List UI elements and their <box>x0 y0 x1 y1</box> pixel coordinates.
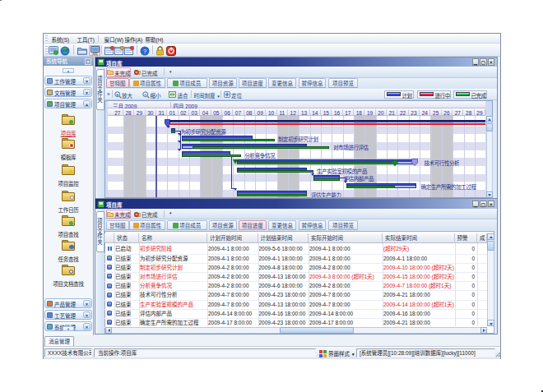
svg-text:?: ? <box>143 47 147 54</box>
svg-text:−: − <box>144 91 146 96</box>
svg-text:+: + <box>116 91 118 96</box>
